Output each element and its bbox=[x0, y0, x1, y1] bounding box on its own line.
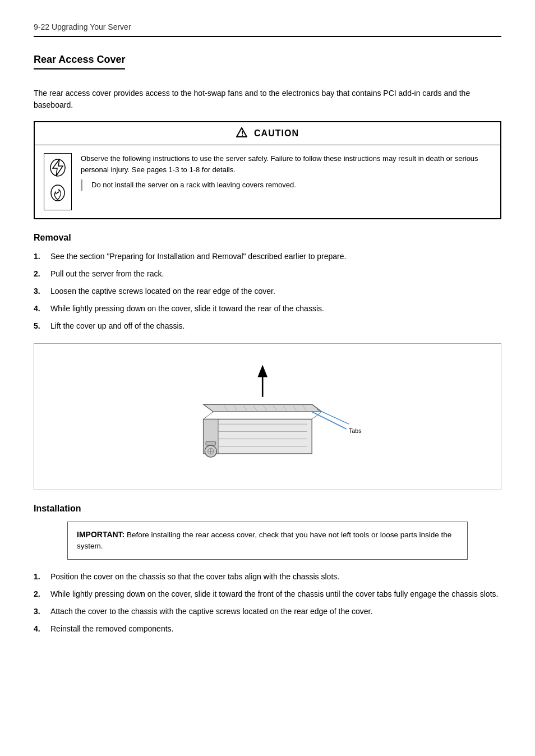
diagram-container: Tabs bbox=[161, 355, 374, 478]
important-box: IMPORTANT: Before installing the rear ac… bbox=[67, 522, 468, 560]
removal-steps: 1. See the section "Preparing for Instal… bbox=[34, 251, 501, 332]
removal-step-5: 5. Lift the cover up and off of the chas… bbox=[34, 320, 501, 332]
page-header-text: 9-22 Upgrading Your Server bbox=[34, 22, 131, 31]
svg-rect-5 bbox=[204, 419, 312, 454]
installation-step-2: 2. While lightly pressing down on the co… bbox=[34, 588, 501, 600]
svg-marker-11 bbox=[204, 404, 322, 412]
removal-step-2: 2. Pull out the server from the rack. bbox=[34, 268, 501, 280]
removal-step-4: 4. While lightly pressing down on the co… bbox=[34, 303, 501, 315]
removal-title: Removal bbox=[34, 233, 501, 243]
important-label: IMPORTANT: bbox=[77, 530, 124, 539]
fire-icon bbox=[50, 184, 66, 205]
caution-warning-text: Observe the following instructions to us… bbox=[81, 153, 491, 175]
installation-title: Installation bbox=[34, 504, 501, 514]
caution-header: ! CAUTION bbox=[35, 122, 500, 145]
server-cover-diagram: Tabs bbox=[161, 355, 374, 478]
removal-step-1: 1. See the section "Preparing for Instal… bbox=[34, 251, 501, 262]
svg-text:!: ! bbox=[242, 130, 244, 137]
caution-body: Observe the following instructions to us… bbox=[35, 145, 500, 218]
svg-marker-24 bbox=[257, 365, 268, 377]
installation-step-4: 4. Reinstall the removed components. bbox=[34, 623, 501, 635]
caution-triangle-icon: ! bbox=[236, 127, 247, 140]
svg-marker-2 bbox=[53, 159, 63, 176]
intro-text: The rear access cover provides access to… bbox=[34, 87, 501, 111]
installation-step-1: 1. Position the cover on the chassis so … bbox=[34, 571, 501, 583]
section-title: Rear Access Cover bbox=[34, 54, 125, 70]
caution-box: ! CAUTION Observe the following instruc bbox=[34, 121, 501, 219]
installation-steps: 1. Position the cover on the chassis so … bbox=[34, 571, 501, 635]
diagram-box: Tabs bbox=[34, 343, 501, 490]
caution-icons bbox=[44, 153, 72, 210]
svg-line-12 bbox=[204, 412, 214, 419]
installation-step-3: 3. Attach the cover to the chassis with … bbox=[34, 606, 501, 617]
svg-rect-32 bbox=[206, 441, 216, 445]
page-header: 9-22 Upgrading Your Server bbox=[34, 22, 501, 37]
caution-label: CAUTION bbox=[254, 128, 299, 139]
svg-text:Tabs: Tabs bbox=[349, 427, 361, 434]
removal-step-3: 3. Loosen the captive screws located on … bbox=[34, 285, 501, 297]
caution-text: Observe the following instructions to us… bbox=[81, 153, 491, 191]
important-text: Before installing the rear access cover,… bbox=[77, 531, 451, 550]
caution-sub-text: Do not install the server on a rack with… bbox=[91, 181, 296, 189]
lightning-icon bbox=[49, 158, 66, 181]
